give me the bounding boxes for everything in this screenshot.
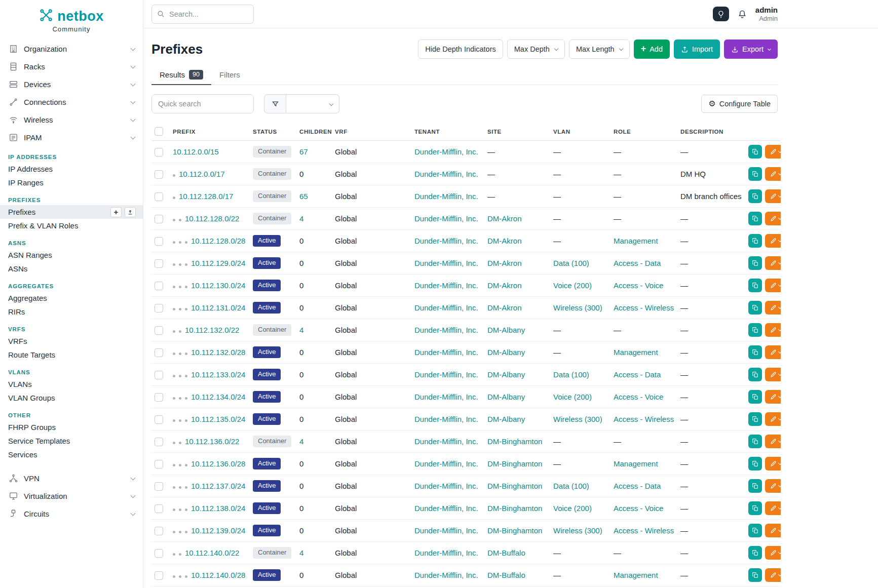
filter-button[interactable] [264,94,286,113]
row-checkbox[interactable] [155,259,163,268]
role-link[interactable]: Access - Data [614,370,661,379]
tenant-link[interactable]: Dunder-Mifflin, Inc. [414,393,478,401]
prefix-link[interactable]: 10.112.128.0/28 [191,237,245,245]
tab-filters[interactable]: Filters [211,65,248,85]
sidebar-item-racks[interactable]: Racks [0,58,143,75]
edit-button[interactable] [765,501,781,515]
site-link[interactable]: DM-Albany [487,370,525,379]
sidebar-item-services[interactable]: Services [0,448,143,461]
sidebar-item-rirs[interactable]: RIRs [0,305,143,319]
tenant-link[interactable]: Dunder-Mifflin, Inc. [414,326,478,334]
row-checkbox[interactable] [155,237,163,246]
user-menu[interactable]: admin Admin [755,6,778,23]
children-count-link[interactable]: 4 [299,326,303,334]
row-checkbox[interactable] [155,438,163,446]
clone-button[interactable] [748,546,762,560]
clone-button[interactable] [748,323,762,337]
edit-button[interactable] [765,435,781,448]
edit-button[interactable] [765,568,781,582]
site-link[interactable]: DM-Akron [487,303,522,312]
sidebar-item-route-targets[interactable]: Route Targets [0,348,143,362]
column-header-vlan[interactable]: VLAN [550,123,610,141]
clone-button[interactable] [748,435,762,448]
filter-field-select[interactable] [286,94,339,113]
edit-button[interactable] [765,390,781,404]
row-checkbox[interactable] [155,371,163,379]
clone-button[interactable] [748,167,762,181]
role-link[interactable]: Access - Wireless [614,415,674,423]
children-count-link[interactable]: 65 [299,192,308,201]
notifications-button[interactable] [737,9,747,19]
edit-button[interactable] [765,189,781,203]
tenant-link[interactable]: Dunder-Mifflin, Inc. [414,147,478,156]
role-link[interactable]: Access - Wireless [614,303,674,312]
quick-import-button[interactable] [125,207,136,217]
site-link[interactable]: DM-Binghamton [487,526,542,535]
edit-button[interactable] [765,479,781,493]
sidebar-item-ipam[interactable]: IPAM [0,129,143,146]
clone-button[interactable] [748,256,762,270]
row-checkbox[interactable] [155,393,163,402]
tenant-link[interactable]: Dunder-Mifflin, Inc. [414,504,478,513]
sidebar-item-asn-ranges[interactable]: ASN Ranges [0,248,143,262]
quick-search-input[interactable] [151,94,254,113]
tenant-link[interactable]: Dunder-Mifflin, Inc. [414,348,478,357]
tenant-link[interactable]: Dunder-Mifflin, Inc. [414,548,478,557]
vlan-link[interactable]: Voice (200) [553,393,592,401]
netbox-logo[interactable]: netbox Community [0,0,143,35]
vlan-link[interactable]: Wireless (300) [553,415,602,423]
role-link[interactable]: Access - Voice [614,281,663,290]
role-link[interactable]: Management [614,237,658,245]
sidebar-item-devices[interactable]: Devices [0,75,143,93]
add-button[interactable]: +Add [634,40,670,59]
prefix-link[interactable]: 10.112.139.0/24 [191,526,245,535]
prefix-link[interactable]: 10.112.130.0/24 [191,281,245,290]
vlan-link[interactable]: Voice (200) [553,504,592,513]
site-link[interactable]: DM-Albany [487,348,525,357]
site-link[interactable]: DM-Binghamton [487,459,542,468]
role-link[interactable]: Access - Data [614,259,661,267]
clone-button[interactable] [748,234,762,248]
edit-button[interactable] [765,279,781,292]
column-header-tenant[interactable]: TENANT [411,123,484,141]
theme-toggle-button[interactable] [713,7,729,21]
role-link[interactable]: Access - Wireless [614,526,674,535]
edit-button[interactable] [765,212,781,225]
row-checkbox[interactable] [155,215,163,223]
site-link[interactable]: DM-Akron [487,259,522,267]
prefix-link[interactable]: 10.112.0.0/15 [173,147,219,156]
role-link[interactable]: Access - Voice [614,393,663,401]
vlan-link[interactable]: Data (100) [553,259,589,267]
site-link[interactable]: DM-Albany [487,393,525,401]
children-count-link[interactable]: 4 [299,548,303,557]
edit-button[interactable] [765,524,781,537]
sidebar-item-prefix-vlan-roles[interactable]: Prefix & VLAN Roles [0,219,143,232]
sidebar-item-vrfs[interactable]: VRFs [0,334,143,348]
column-header-status[interactable]: STATUS [250,123,296,141]
site-link[interactable]: DM-Albany [487,326,525,334]
prefix-link[interactable]: 10.112.129.0/24 [191,259,245,267]
prefix-link[interactable]: 10.112.138.0/24 [191,504,245,513]
row-checkbox[interactable] [155,571,163,580]
row-checkbox[interactable] [155,482,163,491]
configure-table-button[interactable]: ⚙ Configure Table [701,95,778,113]
sidebar-item-ip-addresses[interactable]: IP Addresses [0,162,143,176]
tenant-link[interactable]: Dunder-Mifflin, Inc. [414,281,478,290]
clone-button[interactable] [748,501,762,515]
clone-button[interactable] [748,390,762,404]
site-link[interactable]: DM-Binghamton [487,482,542,490]
sidebar-item-circuits[interactable]: Circuits [0,505,143,523]
max-length-dropdown[interactable]: Max Length [569,40,630,59]
edit-button[interactable] [765,323,781,337]
sidebar-item-asns[interactable]: ASNs [0,262,143,276]
edit-button[interactable] [765,368,781,381]
max-depth-dropdown[interactable]: Max Depth [507,40,565,59]
prefix-link[interactable]: 10.112.0.0/17 [179,170,225,178]
row-checkbox[interactable] [155,348,163,357]
prefix-link[interactable]: 10.112.132.0/22 [185,326,239,334]
search-input[interactable] [151,5,254,24]
vlan-link[interactable]: Voice (200) [553,281,592,290]
clone-button[interactable] [748,212,762,225]
row-checkbox[interactable] [155,504,163,513]
edit-button[interactable] [765,145,781,159]
